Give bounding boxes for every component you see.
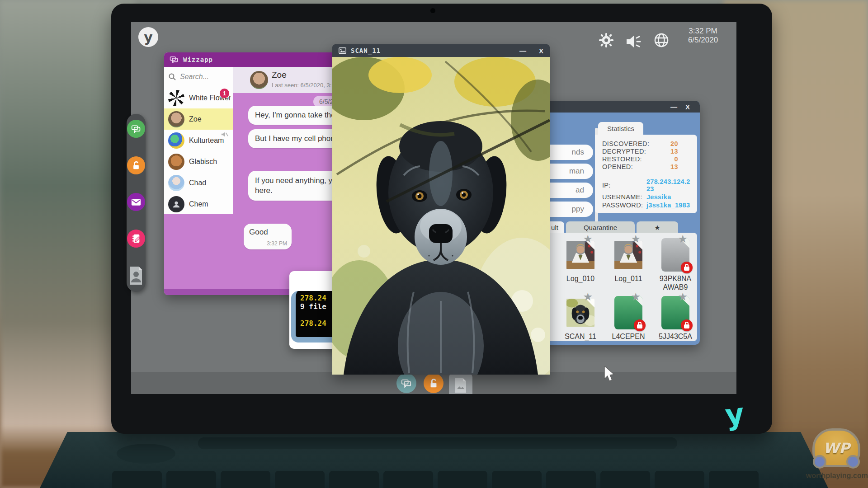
volume-icon[interactable] [626, 30, 644, 53]
message-timestamp: 3:32 PM [267, 240, 287, 247]
file-item[interactable]: ★ 93PK8NA AWAB9 [653, 238, 698, 291]
file-item[interactable]: ★ Log_010 [558, 238, 603, 283]
favorite-star-icon[interactable]: ★ [583, 291, 593, 303]
file-name: Log_010 [558, 274, 603, 283]
keyboard-key [275, 471, 325, 488]
desktop: y 3:32 PM 6/5/2020 [131, 22, 736, 394]
file-name: 5JJ43C5A [653, 332, 698, 341]
logo-dot [813, 455, 826, 469]
keyboard-key [383, 471, 433, 488]
avatar [168, 90, 184, 106]
mouse-cursor [603, 366, 615, 381]
favorite-star-icon[interactable]: ★ [678, 291, 688, 303]
statistics-panel: DISCOVERED:20 DECRYPTED:13 RESTORED:0 OP… [595, 135, 697, 213]
keyboard-key [221, 471, 270, 488]
keyboard-key [329, 471, 379, 488]
avatar [168, 175, 184, 191]
laptop-hinge [198, 437, 677, 449]
last-seen-status: Last seen: 6/5/2020, 3: [272, 82, 331, 89]
lock-badge-icon [681, 262, 693, 273]
dock-notes-icon[interactable] [127, 230, 145, 248]
clock-time: 3:32 PM [676, 27, 730, 36]
contact-zoe[interactable]: Zoe [164, 108, 233, 130]
logo-dot [846, 455, 860, 469]
chat-message-outgoing: Good 3:32 PM [244, 224, 292, 249]
contact-chad[interactable]: Chad [164, 172, 233, 193]
keyboard-key [112, 471, 162, 488]
tab-favorites[interactable]: ★ [637, 221, 678, 233]
photo-file-icon: ★ [566, 238, 594, 272]
file-item[interactable]: ★ 5JJ43C5A [653, 296, 698, 341]
file-grid: ★ Log_010 ★ Log_011 ★ 93PK8NA AWAB9 [542, 233, 697, 341]
close-button[interactable]: X [539, 47, 543, 55]
avatar [250, 71, 268, 89]
avatar [168, 132, 184, 149]
keyboard-key [655, 471, 704, 488]
wizzapp-title: Wizzapp [183, 56, 213, 63]
tab-quarantine[interactable]: Quarantine [566, 221, 635, 233]
file-item[interactable]: ★ SCAN_11 [558, 296, 603, 341]
photo-dog-painting [332, 57, 550, 375]
search-placeholder: Search... [180, 73, 209, 81]
search-field[interactable]: Search... [164, 67, 233, 87]
unread-badge: 1 [220, 89, 229, 98]
favorite-star-icon[interactable]: ★ [678, 233, 688, 245]
taskbar-photo-viewer-icon[interactable] [449, 374, 472, 394]
chat-app-icon [170, 56, 179, 63]
photo-viewer-titlebar[interactable]: SCAN_11 — X [332, 44, 550, 57]
avatar [168, 196, 184, 212]
file-name: L4CEPEN [606, 332, 651, 341]
locked-file-icon: ★ [614, 296, 642, 329]
photo-file-icon: ★ [566, 296, 594, 329]
keyboard-key [600, 471, 650, 488]
photo-viewer-window: SCAN_11 — X [332, 44, 550, 375]
clock: 3:32 PM 6/5/2020 [676, 27, 730, 45]
contact-list: Search... White Flower 1 Zoe Kulturteam [164, 67, 233, 214]
keyboard-key [709, 471, 759, 488]
keyboard-key [166, 471, 216, 488]
contact-chem[interactable]: Chem [164, 193, 233, 215]
laptop-base [40, 432, 828, 488]
taskbar-decryptor-icon[interactable] [424, 373, 443, 393]
watermark: WP worthplaying.com [806, 428, 867, 480]
statistics-tab[interactable]: Statistics [598, 122, 643, 135]
network-globe-icon[interactable] [653, 28, 670, 52]
dock-messenger-icon[interactable] [127, 120, 145, 138]
contact-white-flower[interactable]: White Flower 1 [164, 87, 233, 108]
chat-contact-name: Zoe [272, 70, 287, 80]
minimize-button[interactable]: — [670, 103, 677, 111]
webcam [430, 8, 435, 13]
file-item[interactable]: ★ Log_011 [606, 238, 651, 283]
favorite-star-icon[interactable]: ★ [631, 233, 641, 245]
favorite-star-icon[interactable]: ★ [631, 291, 641, 303]
watermark-url: worthplaying.com [806, 472, 867, 480]
close-button[interactable]: X [685, 103, 690, 111]
settings-gear-icon[interactable] [598, 28, 615, 52]
laptop-notch [117, 444, 175, 464]
contact-glabisch[interactable]: Glabisch [164, 151, 233, 172]
keyboard-key [546, 471, 596, 488]
dock-contacts-icon[interactable] [127, 267, 145, 285]
os-logo-letter: y [144, 29, 153, 45]
file-name: 93PK8NA AWAB9 [653, 274, 698, 291]
favorite-star-icon[interactable]: ★ [583, 233, 593, 245]
os-start-logo[interactable]: y [138, 27, 158, 47]
search-icon [169, 73, 176, 80]
worthplaying-logo: WP [812, 428, 860, 467]
locked-file-icon: ★ [661, 238, 689, 272]
avatar [168, 154, 184, 170]
contact-kulturteam[interactable]: Kulturteam [164, 130, 233, 151]
file-name: SCAN_11 [558, 332, 603, 341]
keyboard-key [438, 471, 487, 488]
dock-decryptor-icon[interactable] [127, 156, 145, 174]
minimize-button[interactable]: — [519, 47, 526, 55]
photo-file-icon: ★ [614, 238, 642, 272]
taskbar-messenger-icon[interactable] [396, 373, 416, 393]
avatar [168, 111, 184, 127]
photo-viewer-title: SCAN_11 [351, 47, 381, 54]
file-item[interactable]: ★ L4CEPEN [606, 296, 651, 341]
dock-mail-icon[interactable] [127, 193, 145, 211]
lock-badge-icon [634, 319, 646, 331]
clock-date: 6/5/2020 [676, 36, 730, 45]
file-name: Log_011 [606, 274, 651, 283]
